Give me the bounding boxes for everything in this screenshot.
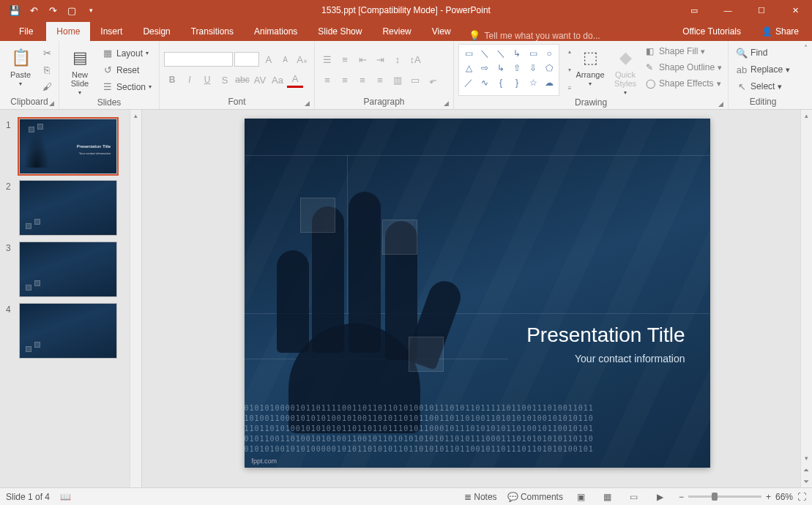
arrange-button[interactable]: ⬚ Arrange ▾ (574, 44, 606, 96)
collapse-ribbon-icon[interactable]: ˄ (804, 44, 808, 52)
slide-canvas[interactable]: 0101010000101101111001101101101010010111… (245, 119, 710, 468)
tab-animations[interactable]: Animations (244, 22, 308, 41)
tell-me-search[interactable]: 💡 Tell me what you want to do... (461, 30, 608, 41)
minimize-icon[interactable]: ― (711, 0, 745, 20)
shape-pentagon-icon[interactable]: ⬠ (542, 61, 556, 75)
format-painter-icon[interactable]: 🖌 (40, 79, 54, 94)
justify-icon[interactable]: ≡ (372, 72, 388, 88)
next-slide-icon[interactable]: ⏷ (801, 476, 812, 487)
tab-home[interactable]: Home (46, 22, 90, 41)
shape-effects-button[interactable]: ◯Shape Effects ▾ (644, 76, 723, 91)
copy-icon[interactable]: ⎘ (40, 62, 54, 77)
font-color-icon[interactable]: A (287, 72, 303, 88)
tab-slideshow[interactable]: Slide Show (308, 22, 372, 41)
shape-arrow-icon[interactable]: ⇨ (477, 61, 492, 75)
cut-icon[interactable]: ✂ (40, 45, 54, 60)
ribbon-display-icon[interactable]: ▭ (677, 0, 711, 20)
start-from-beginning-icon[interactable]: ▢ (63, 1, 81, 19)
spacing-icon[interactable]: AV (252, 72, 268, 88)
slide-thumbnail-4[interactable] (19, 303, 117, 359)
layout-button[interactable]: ▦Layout ▾ (99, 46, 154, 61)
sorter-view-icon[interactable]: ▦ (600, 490, 616, 504)
shape-fill-button[interactable]: ◧Shape Fill ▾ (644, 44, 723, 59)
prev-slide-icon[interactable]: ⏶ (801, 464, 812, 476)
smartart-icon[interactable]: ⬐ (425, 72, 441, 88)
shape-arrow-icon[interactable]: ↳ (493, 61, 508, 75)
reading-view-icon[interactable]: ▭ (626, 490, 642, 504)
quick-styles-button[interactable]: ◆ Quick Styles ▾ (609, 44, 641, 96)
font-name-input[interactable] (164, 52, 233, 67)
scroll-down-icon[interactable]: ▾ (801, 452, 812, 464)
normal-view-icon[interactable]: ▣ (573, 490, 589, 504)
undo-icon[interactable]: ↶ (25, 1, 42, 19)
shape-callout-icon[interactable]: ☁ (542, 76, 556, 89)
share-button[interactable]: 👤 Share (754, 22, 806, 41)
paste-button[interactable]: 📋 Paste ▾ (4, 44, 37, 95)
columns-icon[interactable]: ▥ (390, 72, 406, 88)
fit-to-window-icon[interactable]: ⛶ (797, 492, 806, 502)
dialog-launcher-icon[interactable]: ◢ (444, 100, 449, 107)
align-left-icon[interactable]: ≡ (319, 72, 335, 88)
spell-check-icon[interactable]: 📖 (60, 492, 71, 502)
shape-rect-icon[interactable]: ▭ (461, 47, 476, 60)
select-button[interactable]: ↖Select ▾ (733, 79, 793, 94)
decrease-indent-icon[interactable]: ⇤ (354, 51, 370, 67)
zoom-out-icon[interactable]: − (679, 492, 684, 502)
tab-view[interactable]: View (422, 22, 461, 41)
shape-curve-icon[interactable]: ∿ (477, 76, 492, 89)
shape-arrow-icon[interactable]: ⇧ (510, 61, 524, 75)
shape-connector-icon[interactable]: ↳ (510, 47, 524, 60)
tab-review[interactable]: Review (372, 22, 421, 41)
align-text-icon[interactable]: ▭ (407, 72, 423, 88)
bold-icon[interactable]: B (164, 72, 180, 88)
shape-line-icon[interactable]: ＼ (477, 47, 492, 60)
dialog-launcher-icon[interactable]: ◢ (305, 100, 310, 107)
maximize-icon[interactable]: ☐ (745, 0, 778, 20)
zoom-percent[interactable]: 66% (775, 492, 793, 502)
comments-button[interactable]: 💬 Comments (507, 492, 563, 502)
numbering-icon[interactable]: ≡ (337, 51, 353, 67)
clear-formatting-icon[interactable]: Aₓ (294, 51, 310, 67)
shape-line-icon[interactable]: ＼ (493, 47, 508, 60)
close-icon[interactable]: ✕ (778, 0, 812, 20)
qat-dropdown-icon[interactable]: ▾ (82, 1, 100, 19)
shape-brace-icon[interactable]: } (510, 76, 524, 89)
shape-arrow-icon[interactable]: ⇩ (526, 61, 540, 75)
tab-file[interactable]: File (6, 22, 46, 41)
find-button[interactable]: 🔍Find (733, 45, 793, 60)
align-right-icon[interactable]: ≡ (354, 72, 370, 88)
dialog-launcher-icon[interactable]: ◢ (718, 100, 723, 108)
shape-star-icon[interactable]: ☆ (526, 76, 540, 89)
slide-scrollbar[interactable]: ▴ ▾ ⏶ ⏷ (800, 110, 812, 487)
tab-insert[interactable]: Insert (90, 22, 133, 41)
strikethrough-icon[interactable]: abc (234, 72, 250, 88)
italic-icon[interactable]: I (182, 72, 198, 88)
replace-button[interactable]: abReplace ▾ (733, 62, 793, 77)
reset-button[interactable]: ↺Reset (99, 63, 154, 78)
increase-font-icon[interactable]: A (261, 51, 276, 67)
align-center-icon[interactable]: ≡ (337, 72, 353, 88)
change-case-icon[interactable]: Aa (269, 72, 286, 88)
zoom-in-icon[interactable]: + (766, 492, 771, 502)
tab-design[interactable]: Design (133, 22, 180, 41)
shape-triangle-icon[interactable]: △ (461, 61, 476, 75)
shape-rect-icon[interactable]: ▭ (526, 47, 540, 60)
new-slide-button[interactable]: ▤ New Slide ▾ (64, 44, 96, 96)
decrease-font-icon[interactable]: A (278, 51, 293, 67)
slideshow-view-icon[interactable]: ▶ (652, 490, 668, 504)
redo-icon[interactable]: ↷ (44, 1, 62, 19)
slide-thumbnail-2[interactable] (19, 180, 117, 236)
thumbnail-scrollbar[interactable]: ▴ (130, 110, 141, 487)
section-button[interactable]: ☰Section ▾ (99, 80, 154, 94)
shape-oval-icon[interactable]: ○ (542, 47, 556, 60)
slide-thumbnail-1[interactable]: Presentation TitleYour contact informati… (19, 119, 117, 174)
shape-outline-button[interactable]: ✎Shape Outline ▾ (644, 60, 723, 75)
slide-thumbnail-3[interactable] (19, 242, 117, 297)
shape-brace-icon[interactable]: { (493, 76, 508, 89)
underline-icon[interactable]: U (199, 72, 215, 88)
text-direction-icon[interactable]: ↕A (407, 51, 423, 67)
slide-counter[interactable]: Slide 1 of 4 (6, 492, 50, 502)
zoom-slider[interactable] (688, 495, 761, 498)
slide-title-text[interactable]: Presentation Title (526, 323, 685, 347)
bullets-icon[interactable]: ☰ (319, 51, 335, 67)
